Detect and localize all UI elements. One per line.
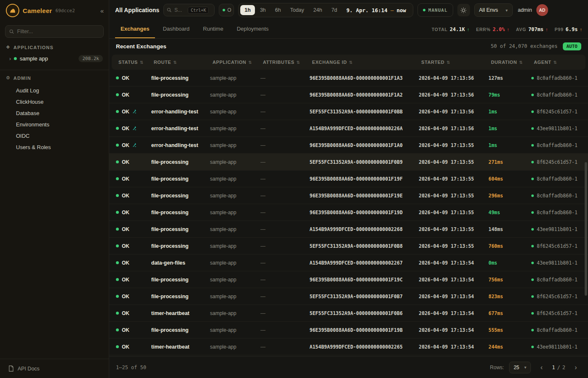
- stat-label: AVG: [516, 27, 526, 32]
- tab[interactable]: Deployments: [231, 20, 274, 38]
- tab[interactable]: Runtime: [197, 20, 228, 38]
- global-search[interactable]: Ctrl+K: [163, 4, 215, 16]
- filter-input[interactable]: [17, 29, 100, 34]
- rows-per-page-select[interactable]: 25 ▾: [509, 362, 531, 373]
- status-label: OK: [122, 260, 129, 266]
- table-row[interactable]: OK file-processing sample-app — 96E395B0…: [109, 204, 588, 221]
- applications-icon: ❖: [6, 45, 10, 50]
- avatar[interactable]: AD: [536, 4, 548, 16]
- table-row[interactable]: OK error-handling-test sample-app — A154…: [109, 120, 588, 137]
- table-row[interactable]: OK error-handling-test sample-app — 96E3…: [109, 137, 588, 154]
- sidebar-admin-item[interactable]: Users & Roles: [0, 142, 109, 153]
- document-icon: [8, 365, 14, 372]
- time-range-button[interactable]: 6h: [271, 5, 285, 15]
- chevron-right-icon[interactable]: ›: [9, 56, 11, 62]
- started-cell: 2026-04-09 17:13:55: [419, 142, 488, 148]
- table-row[interactable]: OK file-processing sample-app — 96E395B0…: [109, 171, 588, 187]
- column-header[interactable]: EXCHANGE ID ⇅: [312, 60, 421, 65]
- agent-cell: 43ee9811b801-1: [531, 260, 588, 266]
- duration-cell: 823ms: [488, 294, 531, 299]
- app-count-badge: 208.2k: [79, 55, 103, 62]
- status-cell: OK: [116, 294, 151, 299]
- table-row[interactable]: OK file-processing sample-app — A154B9A9…: [109, 221, 588, 238]
- column-header[interactable]: STATUS ⇅: [118, 60, 154, 65]
- agent-name: 43ee9811b801-1: [537, 226, 578, 232]
- table-row[interactable]: OK file-processing sample-app — 96E395B0…: [109, 187, 588, 204]
- exchange-id-cell: 96E395B0088AA6D-000000000001F19C: [310, 277, 419, 283]
- table-row[interactable]: OK file-processing sample-app — 96E395B0…: [109, 70, 588, 87]
- agent-name: 8c0affadb860-1: [537, 193, 578, 199]
- search-input[interactable]: [174, 7, 185, 13]
- summary-stats: TOTAL 24.1K ↑ ERR% 2.0% ↑ AVG 707ms ↑: [432, 20, 582, 38]
- column-header[interactable]: AGENT ⇅: [534, 60, 585, 65]
- status-label: OK: [122, 277, 129, 283]
- column-header[interactable]: STARTED ⇅: [421, 60, 491, 65]
- row-range-info: 1–25 of 50: [116, 365, 146, 370]
- status-cell: OK: [116, 176, 151, 182]
- time-range-button[interactable]: 1h: [240, 5, 255, 15]
- sidebar-header: Cameleer 69dcce2 «: [0, 0, 109, 21]
- duration-cell: 604ms: [488, 176, 531, 182]
- table-row[interactable]: OK error-handling-test sample-app — 5EF5…: [109, 103, 588, 120]
- time-range-button[interactable]: 3h: [256, 5, 270, 15]
- time-range-button[interactable]: Today: [286, 5, 308, 15]
- table-row[interactable]: OK file-processing sample-app — 96E395B0…: [109, 271, 588, 288]
- sidebar-admin-item[interactable]: Audit Log: [0, 85, 109, 96]
- environment-select[interactable]: All Envs ▾: [474, 3, 513, 17]
- scrollbar-thumb[interactable]: [585, 162, 587, 296]
- column-header[interactable]: ATTRIBUTES ⇅: [263, 60, 312, 65]
- sidebar-admin-item[interactable]: OIDC: [0, 130, 109, 142]
- column-header-label: APPLICATION: [213, 60, 246, 65]
- sidebar-filter[interactable]: [5, 25, 104, 38]
- tab[interactable]: Exchanges: [115, 20, 155, 38]
- agent-cell: 43ee9811b801-1: [531, 226, 588, 232]
- stat-value: 6.9s: [566, 26, 578, 32]
- sidebar-admin-item[interactable]: ClickHouse: [0, 96, 109, 108]
- table-row[interactable]: OK file-processing sample-app — 5EF55FC3…: [109, 288, 588, 305]
- applications-section-header: ❖ APPLICATIONS: [6, 45, 103, 50]
- table-row[interactable]: OK file-processing sample-app — 96E395B0…: [109, 322, 588, 339]
- duration-cell: 127ms: [488, 75, 531, 81]
- exchange-id-cell: A154B9A999DFCED-0000000000002265: [310, 344, 419, 350]
- tab[interactable]: Dashboard: [158, 20, 195, 38]
- status-ok-dot: [116, 160, 119, 163]
- time-range-button[interactable]: 7d: [327, 5, 341, 15]
- prev-page-button[interactable]: ‹: [536, 362, 547, 373]
- table-row[interactable]: OK file-processing sample-app — 96E395B0…: [109, 87, 588, 103]
- tab-bar: Exchanges Dashboard Runtime Deployments …: [109, 20, 588, 39]
- started-cell: 2026-04-09 17:13:55: [419, 193, 488, 199]
- table-row[interactable]: OK timer-heartbeat sample-app — A154B9A9…: [109, 339, 588, 355]
- column-header[interactable]: DURATION ⇅: [491, 60, 534, 65]
- sidebar-admin-item[interactable]: Environments: [0, 119, 109, 130]
- agent-name: 43ee9811b801-1: [537, 126, 578, 131]
- column-header[interactable]: APPLICATION ⇅: [213, 60, 263, 65]
- status-ok-dot: [116, 144, 119, 147]
- errors-only-toggle[interactable]: O: [219, 4, 234, 16]
- route-cell: file-processing: [151, 176, 210, 182]
- started-cell: 2026-04-09 17:13:54: [419, 344, 488, 350]
- table-row[interactable]: OK timer-heartbeat sample-app — 5EF55FC3…: [109, 305, 588, 322]
- auto-refresh-badge[interactable]: AUTO: [563, 42, 582, 50]
- sidebar-item-sample-app[interactable]: › sample app 208.2k: [0, 52, 109, 66]
- sidebar-collapse-icon[interactable]: «: [100, 7, 104, 14]
- column-header-label: STATUS: [118, 60, 138, 65]
- sort-icon: ⇅: [519, 60, 523, 65]
- refresh-mode-button[interactable]: MANUAL: [417, 3, 453, 17]
- started-cell: 2026-04-09 17:13:56: [419, 126, 488, 131]
- next-page-button[interactable]: ›: [570, 362, 581, 373]
- main-area: All Applications Ctrl+K O 1h 3h: [109, 0, 588, 378]
- column-header[interactable]: ROUTE ⇅: [154, 60, 213, 65]
- time-range-display[interactable]: 9. Apr. 16:14 — now: [341, 7, 411, 13]
- sidebar-item-api-docs[interactable]: API Docs: [0, 359, 109, 378]
- table-row[interactable]: OK file-processing sample-app — 5EF55FC3…: [109, 154, 588, 171]
- time-range-button[interactable]: 24h: [309, 5, 326, 15]
- exchange-id-cell: A154B9A999DFCED-0000000000002268: [310, 226, 419, 232]
- table-row[interactable]: OK file-processing sample-app — 5EF55FC3…: [109, 238, 588, 255]
- status-label: OK: [122, 126, 129, 131]
- table-row[interactable]: OK data-gen-files sample-app — A154B9A99…: [109, 255, 588, 271]
- exchange-count: 50 of 24,070 exchanges: [491, 43, 558, 49]
- theme-toggle-button[interactable]: [457, 4, 470, 16]
- status-ok-dot: [116, 194, 119, 197]
- started-cell: 2026-04-09 17:13:55: [419, 176, 488, 182]
- sidebar-admin-item[interactable]: Database: [0, 108, 109, 119]
